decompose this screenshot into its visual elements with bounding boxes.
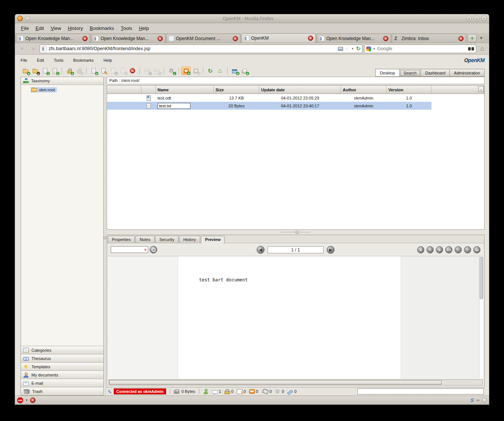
firefox-menu-bookmarks[interactable]: Bookmarks bbox=[87, 24, 117, 32]
sidebar-item-thesaurus[interactable]: Thesaurus bbox=[21, 354, 103, 362]
search-go-icon[interactable] bbox=[468, 47, 474, 51]
tab-close-icon[interactable] bbox=[458, 36, 464, 41]
home-button[interactable]: ⌂ bbox=[478, 44, 487, 53]
tab-close-icon[interactable] bbox=[158, 36, 163, 41]
firefox-menu-tools[interactable]: Tools bbox=[118, 24, 135, 32]
tab-preview[interactable]: Preview bbox=[201, 236, 225, 243]
extension-icon[interactable]: eb bbox=[476, 399, 480, 402]
previous-page-button[interactable]: ◀ bbox=[257, 246, 265, 254]
sidebar-item-email[interactable]: E-mail bbox=[21, 379, 103, 387]
window-menu-icon[interactable] bbox=[25, 16, 30, 21]
browser-tab-1[interactable]: Open Knowledge Man... bbox=[91, 34, 165, 43]
engine-dropdown-icon[interactable]: ▼ bbox=[373, 47, 376, 51]
tab-desktop[interactable]: Desktop bbox=[375, 69, 399, 77]
add-subscription-icon[interactable] bbox=[181, 67, 190, 75]
sidebar-item-mydocs[interactable]: My documents bbox=[21, 370, 103, 379]
horizontal-splitter[interactable] bbox=[107, 230, 485, 235]
sidebar-item-templates[interactable]: Templates bbox=[21, 362, 103, 370]
adblock-plus-icon[interactable]: ABP bbox=[17, 397, 23, 403]
url-dropdown-icon[interactable]: ▼ bbox=[351, 47, 354, 51]
all-tabs-chevron-icon[interactable]: ▼ bbox=[477, 34, 485, 42]
fit-width-button[interactable]: ▬ bbox=[473, 246, 480, 253]
blocked-content-icon[interactable]: × bbox=[30, 397, 36, 403]
bookmark-star-icon[interactable]: ☆ bbox=[345, 46, 349, 52]
noscript-icon[interactable]: S bbox=[471, 397, 474, 403]
column-status[interactable] bbox=[107, 86, 141, 94]
app-menu-edit[interactable]: Edit bbox=[37, 57, 49, 64]
rename-input[interactable] bbox=[158, 103, 190, 109]
preview-search-input[interactable] bbox=[111, 247, 143, 252]
web-search-input[interactable] bbox=[377, 46, 467, 51]
browser-tab-2[interactable]: OpenKM Document ... bbox=[166, 34, 241, 43]
page-indicator[interactable]: 1 / 1 bbox=[268, 246, 324, 253]
browser-tab-0[interactable]: Open Knowledge Man... bbox=[16, 34, 90, 43]
forward-button[interactable]: » bbox=[28, 44, 38, 53]
tab-security[interactable]: Security bbox=[155, 236, 178, 243]
column-update-date[interactable]: Update date bbox=[259, 86, 341, 94]
edit-document-icon[interactable] bbox=[99, 67, 108, 75]
close-button[interactable]: × bbox=[481, 16, 487, 21]
table-row[interactable]: test.odt 13.7 KB 04-01-2012 23:05:29 okm… bbox=[107, 94, 484, 102]
firefox-menu-edit[interactable]: Edit bbox=[33, 24, 47, 32]
firefox-menu-help[interactable]: Help bbox=[136, 24, 152, 32]
fit-page-button[interactable]: × bbox=[427, 246, 434, 253]
lock-icon[interactable] bbox=[65, 67, 74, 75]
app-menu-tools[interactable]: Tools bbox=[54, 57, 68, 64]
create-folder-icon[interactable] bbox=[21, 67, 30, 75]
download-document-pdf-icon[interactable] bbox=[50, 67, 59, 75]
clear-search-icon[interactable]: × bbox=[143, 247, 148, 252]
tab-dashboard[interactable]: Dashboard bbox=[421, 69, 450, 77]
url-input[interactable] bbox=[49, 46, 336, 51]
splitter-grip[interactable] bbox=[296, 231, 299, 234]
adblock-dropdown-icon[interactable]: ▼ bbox=[25, 399, 28, 402]
delete-icon[interactable] bbox=[128, 67, 137, 75]
add-document-icon[interactable] bbox=[89, 67, 98, 75]
new-tab-button[interactable]: + bbox=[468, 34, 477, 42]
actual-size-button[interactable]: 1:1 bbox=[445, 246, 452, 253]
vertical-splitter[interactable] bbox=[104, 77, 107, 396]
column-resize-button[interactable]: ↔ bbox=[478, 86, 484, 92]
firefox-menu-history[interactable]: History bbox=[65, 24, 86, 32]
tab-close-icon[interactable] bbox=[308, 36, 313, 41]
back-button[interactable]: « bbox=[17, 44, 27, 53]
scrollbar-thumb[interactable] bbox=[480, 257, 483, 299]
site-identity-icon[interactable] bbox=[338, 47, 343, 51]
google-engine-icon[interactable] bbox=[366, 46, 371, 51]
go-home-icon[interactable] bbox=[216, 67, 224, 75]
app-menu-help[interactable]: Help bbox=[103, 57, 116, 64]
column-icon[interactable] bbox=[141, 86, 156, 94]
sidebar-item-taxonomy[interactable]: Taxonomy bbox=[21, 77, 103, 85]
tab-search[interactable]: Search bbox=[399, 69, 421, 77]
tab-history[interactable]: History bbox=[179, 236, 200, 243]
column-name[interactable]: Name bbox=[156, 86, 214, 94]
split-view-icon[interactable] bbox=[230, 67, 239, 75]
app-menu-file[interactable]: File bbox=[21, 57, 32, 64]
browser-tab-3[interactable]: OpenKM bbox=[241, 33, 316, 43]
app-menu-bookmarks[interactable]: Bookmarks bbox=[73, 57, 98, 64]
pan-button[interactable]: ◈ bbox=[436, 246, 443, 253]
tab-close-icon[interactable] bbox=[233, 36, 238, 41]
maximize-button[interactable]: ∧ bbox=[474, 16, 479, 21]
next-page-button[interactable]: ▶ bbox=[327, 246, 335, 254]
refresh-icon[interactable] bbox=[206, 67, 215, 75]
url-bar[interactable]: ☆ ▼ ↻ bbox=[40, 45, 363, 53]
download-document-icon[interactable] bbox=[40, 67, 49, 75]
column-size[interactable]: Size bbox=[214, 86, 259, 94]
minimize-button[interactable]: ∨ bbox=[466, 16, 472, 21]
tab-close-icon[interactable] bbox=[82, 36, 88, 41]
print-icon[interactable] bbox=[240, 67, 249, 75]
splitter-grip[interactable] bbox=[104, 236, 107, 239]
tree-item-okm-root[interactable]: okm:root bbox=[31, 87, 57, 92]
browser-tab-4[interactable]: Open Knowledge Man... bbox=[317, 34, 391, 43]
tab-properties[interactable]: Properties bbox=[108, 236, 135, 243]
browser-tab-5[interactable]: Zimbra: Inbox bbox=[392, 34, 466, 43]
tab-administration[interactable]: Administration bbox=[449, 69, 485, 77]
sidebar-item-categories[interactable]: Categories bbox=[21, 346, 103, 354]
status-message-input[interactable] bbox=[357, 388, 484, 394]
sidebar-item-trash[interactable]: Trash bbox=[21, 387, 103, 395]
reload-icon[interactable]: ↻ bbox=[356, 45, 361, 52]
tab-notes[interactable]: Notes bbox=[135, 236, 155, 243]
column-version[interactable]: Version bbox=[387, 86, 431, 94]
tab-close-icon[interactable] bbox=[383, 36, 388, 41]
preview-search-box[interactable]: × bbox=[111, 246, 148, 253]
